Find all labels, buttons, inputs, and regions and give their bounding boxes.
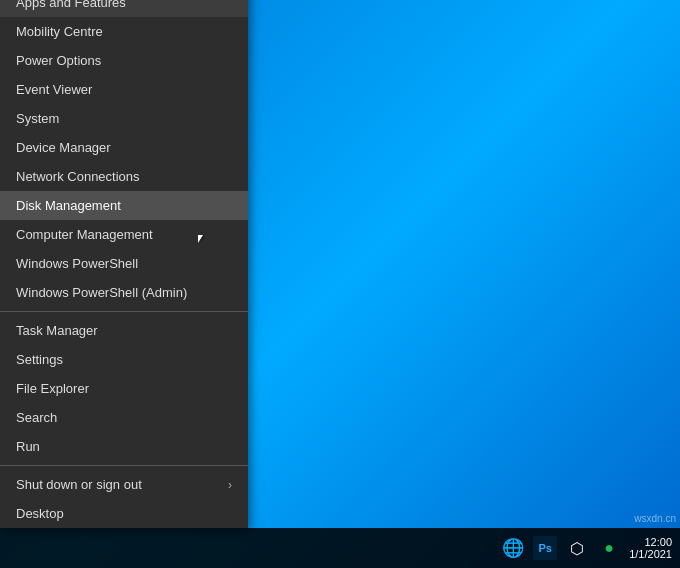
menu-item-label-search: Search bbox=[16, 410, 57, 425]
menu-item-arrow-shut-down-sign-out: › bbox=[228, 478, 232, 492]
menu-item-windows-powershell-admin[interactable]: Windows PowerShell (Admin) bbox=[0, 278, 248, 307]
menu-item-label-power-options: Power Options bbox=[16, 53, 101, 68]
menu-item-settings[interactable]: Settings bbox=[0, 345, 248, 374]
menu-item-label-disk-management: Disk Management bbox=[16, 198, 121, 213]
menu-item-disk-management[interactable]: Disk Management bbox=[0, 191, 248, 220]
menu-item-label-apps-features: Apps and Features bbox=[16, 0, 126, 10]
menu-item-label-desktop: Desktop bbox=[16, 506, 64, 521]
menu-item-task-manager[interactable]: Task Manager bbox=[0, 316, 248, 345]
menu-item-label-settings: Settings bbox=[16, 352, 63, 367]
menu-item-network-connections[interactable]: Network Connections bbox=[0, 162, 248, 191]
menu-item-label-event-viewer: Event Viewer bbox=[16, 82, 92, 97]
menu-item-file-explorer[interactable]: File Explorer bbox=[0, 374, 248, 403]
menu-item-label-mobility-centre: Mobility Centre bbox=[16, 24, 103, 39]
menu-item-label-run: Run bbox=[16, 439, 40, 454]
taskbar-clock: 12:00 1/1/2021 bbox=[629, 536, 672, 560]
menu-item-mobility-centre[interactable]: Mobility Centre bbox=[0, 17, 248, 46]
menu-item-label-device-manager: Device Manager bbox=[16, 140, 111, 155]
menu-item-device-manager[interactable]: Device Manager bbox=[0, 133, 248, 162]
menu-item-label-shut-down-sign-out: Shut down or sign out bbox=[16, 477, 142, 492]
clock-date: 1/1/2021 bbox=[629, 548, 672, 560]
watermark: wsxdn.cn bbox=[634, 513, 676, 524]
menu-item-label-computer-management: Computer Management bbox=[16, 227, 153, 242]
menu-item-label-windows-powershell: Windows PowerShell bbox=[16, 256, 138, 271]
menu-divider-windows-powershell-admin bbox=[0, 311, 248, 312]
menu-item-event-viewer[interactable]: Event Viewer bbox=[0, 75, 248, 104]
menu-item-windows-powershell[interactable]: Windows PowerShell bbox=[0, 249, 248, 278]
taskbar-icon-spotify[interactable]: ● bbox=[597, 536, 621, 560]
menu-item-power-options[interactable]: Power Options bbox=[0, 46, 248, 75]
menu-item-run[interactable]: Run bbox=[0, 432, 248, 461]
taskbar-icon-browser[interactable]: 🌐 bbox=[501, 536, 525, 560]
menu-item-label-network-connections: Network Connections bbox=[16, 169, 140, 184]
menu-item-system[interactable]: System bbox=[0, 104, 248, 133]
menu-item-computer-management[interactable]: Computer Management bbox=[0, 220, 248, 249]
context-menu: Apps and FeaturesMobility CentrePower Op… bbox=[0, 0, 248, 528]
taskbar-icon-photoshop[interactable]: Ps bbox=[533, 536, 557, 560]
menu-item-desktop[interactable]: Desktop bbox=[0, 499, 248, 528]
menu-item-shut-down-sign-out[interactable]: Shut down or sign out› bbox=[0, 470, 248, 499]
menu-item-label-task-manager: Task Manager bbox=[16, 323, 98, 338]
taskbar-icon-unity[interactable]: ⬡ bbox=[565, 536, 589, 560]
menu-item-apps-features[interactable]: Apps and Features bbox=[0, 0, 248, 17]
menu-divider-run bbox=[0, 465, 248, 466]
menu-item-label-system: System bbox=[16, 111, 59, 126]
clock-time: 12:00 bbox=[629, 536, 672, 548]
menu-item-label-file-explorer: File Explorer bbox=[16, 381, 89, 396]
menu-item-label-windows-powershell-admin: Windows PowerShell (Admin) bbox=[16, 285, 187, 300]
taskbar: 🌐 Ps ⬡ ● 12:00 1/1/2021 bbox=[0, 528, 680, 568]
menu-item-search[interactable]: Search bbox=[0, 403, 248, 432]
desktop: Apps and FeaturesMobility CentrePower Op… bbox=[0, 0, 680, 568]
taskbar-icons: 🌐 Ps ⬡ ● bbox=[501, 536, 621, 560]
